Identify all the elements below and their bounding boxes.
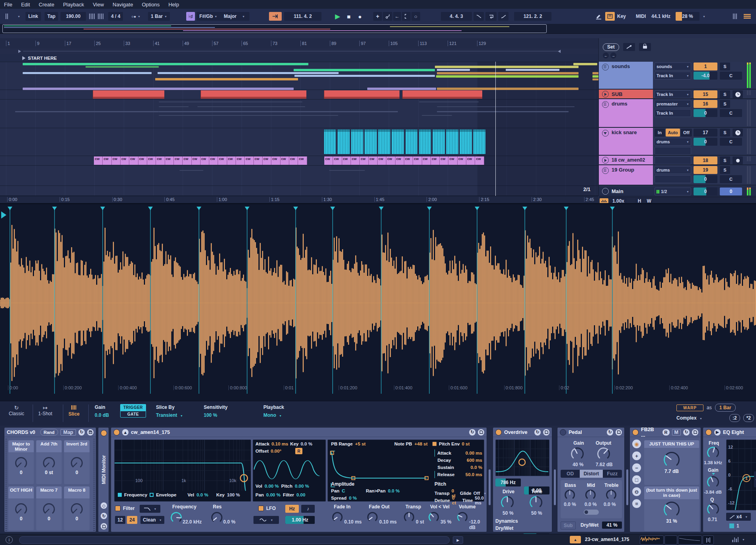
save-preset-icon[interactable] xyxy=(616,429,622,436)
loop-start-triangle[interactable] xyxy=(18,50,21,53)
mini-clip[interactable] xyxy=(23,63,308,65)
audio-clip-cw[interactable]: cw xyxy=(156,156,165,165)
audio-clip-cw[interactable]: cw xyxy=(422,156,431,165)
output-routing-menu[interactable]: 1/2▼ xyxy=(655,188,691,195)
track-number-badge[interactable]: 19 xyxy=(694,166,717,174)
track-row-main[interactable]: Main 1/2▼ 0 0 xyxy=(599,186,756,197)
output-routing-menu[interactable]: sounds▼ xyxy=(655,63,691,70)
play-circle-icon[interactable] xyxy=(602,188,609,195)
pedal-fuzz-button[interactable]: Fuzz xyxy=(603,471,622,477)
audio-clip-cw[interactable]: cw xyxy=(440,156,448,165)
mini-clip[interactable] xyxy=(23,88,294,90)
menu-item-view[interactable]: View xyxy=(93,2,104,8)
hotswap-icon[interactable]: ↻ xyxy=(78,429,85,436)
warp-size-button[interactable]: 1 Bar xyxy=(715,404,736,412)
pan-field[interactable]: C xyxy=(720,109,742,117)
pedal-header[interactable]: Pedal ↻ xyxy=(557,428,624,437)
pan-field[interactable]: 0 xyxy=(720,188,742,195)
mini-clip[interactable] xyxy=(294,75,435,77)
chords-header[interactable]: CHORDS v0.2 Rand Map ↻ xyxy=(4,428,96,437)
hotswap-icon[interactable]: ↻ xyxy=(534,429,541,436)
pitch-env-on-checkbox[interactable] xyxy=(432,441,437,446)
play-circle-icon[interactable] xyxy=(602,91,609,98)
warp-double-button[interactable]: *2 xyxy=(743,414,754,422)
menu-item-playback[interactable]: Playback xyxy=(63,2,84,8)
punch-out-icon[interactable] xyxy=(498,12,509,21)
audio-clip-cw[interactable]: cw xyxy=(129,156,138,165)
stop-button[interactable]: ■ xyxy=(347,12,351,21)
eq-band-handle[interactable]: 1 xyxy=(742,474,750,482)
overdrive-filter-display[interactable] xyxy=(495,440,549,476)
midi-clip-kick-snare[interactable] xyxy=(337,129,350,154)
mini-clip[interactable] xyxy=(159,115,338,116)
mini-clip[interactable] xyxy=(23,72,151,74)
audio-clip-cw[interactable]: cw xyxy=(466,156,475,165)
play-button[interactable]: ▶ xyxy=(335,12,340,21)
audio-clip-cw[interactable]: cw xyxy=(112,156,121,165)
track-row-cw-amen02[interactable]: 18 cw_amen02 18 S xyxy=(599,156,756,165)
midi-clip-kick-snare[interactable] xyxy=(405,129,418,154)
cpu-meter[interactable]: 28 % xyxy=(676,12,699,21)
arm-button[interactable] xyxy=(733,156,743,164)
snapshot-icon[interactable]: □ xyxy=(632,475,641,484)
audio-clip-cw[interactable]: cw xyxy=(360,156,368,165)
draw-automation-icon[interactable] xyxy=(623,43,635,51)
tone-knob[interactable] xyxy=(529,495,543,510)
audio-clip-cw[interactable]: cw xyxy=(369,156,378,165)
pedal-distort-button[interactable]: Distort xyxy=(580,470,603,478)
mini-clip[interactable] xyxy=(329,170,365,171)
device-chain-minimap[interactable] xyxy=(640,535,714,545)
slope-12-button[interactable]: 12 xyxy=(115,516,125,524)
audio-clip-cw[interactable]: cw xyxy=(121,156,129,165)
mini-clip[interactable] xyxy=(592,72,598,74)
lfo-retrigger-button[interactable]: R xyxy=(295,448,302,454)
midi-clip-kick-snare[interactable] xyxy=(433,129,445,154)
audio-clip-cw[interactable]: cw xyxy=(281,156,289,165)
pedal-bass-knob[interactable] xyxy=(564,489,576,501)
audio-clip-sub[interactable] xyxy=(402,90,482,99)
quantize-menu[interactable]: 1 Bar▼ xyxy=(148,12,170,21)
volume-field[interactable]: 0 xyxy=(694,188,717,195)
trigger-gate-switch[interactable]: TRIGGER GATE xyxy=(120,404,146,418)
vol-vel-knob[interactable] xyxy=(428,511,440,523)
automation-node-icon[interactable] xyxy=(383,12,392,21)
input-routing-menu[interactable] xyxy=(655,175,691,183)
midi-clip-kick-snare[interactable] xyxy=(364,129,377,154)
collapse-icon[interactable]: ⊖ xyxy=(632,487,641,496)
track-name-drums[interactable]: drums xyxy=(599,99,653,127)
device-activator[interactable] xyxy=(632,429,639,436)
volume-field[interactable]: -4.0 xyxy=(694,72,717,80)
audio-clip-cw[interactable]: cw xyxy=(475,156,484,165)
audio-clip-cw[interactable]: cw xyxy=(147,156,156,165)
mini-clip[interactable] xyxy=(422,115,452,116)
track-number-badge[interactable]: 1 xyxy=(694,63,717,70)
track-name-sounds[interactable]: sounds xyxy=(599,62,653,89)
slice-mode-button[interactable]: Slice xyxy=(68,404,80,417)
device-scroll-handle[interactable] xyxy=(489,469,491,505)
list-icon[interactable]: ≡ xyxy=(632,499,641,508)
mini-clip[interactable] xyxy=(592,78,598,80)
circuit-menu[interactable]: Clean▼ xyxy=(140,516,164,524)
pause-bars-icon[interactable] xyxy=(6,14,8,19)
overdub-plus-button[interactable]: + xyxy=(373,12,382,21)
eq-gain-knob[interactable] xyxy=(706,475,720,489)
midi-clip-kick-snare[interactable] xyxy=(392,129,404,154)
remove-icon[interactable]: − xyxy=(632,463,641,472)
info-icon[interactable]: i xyxy=(6,536,13,543)
filter-on-checkbox[interactable] xyxy=(115,506,121,511)
one-shot-mode-button[interactable]: ↦1-Shot xyxy=(38,404,52,416)
track-name-cw-amen02[interactable]: 18 cw_amen02 xyxy=(599,156,653,164)
track-name-19-group[interactable]: 19 Group xyxy=(599,165,653,185)
scale-root-menu[interactable]: F#/Gb▼ xyxy=(197,12,220,21)
device-scroll-handle[interactable] xyxy=(626,469,628,505)
lock-icon[interactable] xyxy=(639,43,651,51)
audio-clip-cw[interactable]: cw xyxy=(103,156,111,165)
volume-knob[interactable] xyxy=(456,511,468,523)
quantize-circles-icon[interactable]: ○●▼ xyxy=(131,12,140,21)
macro-variation-icon[interactable]: ◉ xyxy=(632,440,641,448)
scroll-right-sliver[interactable]: ‹ xyxy=(754,471,756,487)
locator-label[interactable]: START HERE xyxy=(28,56,57,61)
audio-clip-cw[interactable]: cw xyxy=(289,156,298,165)
chords-macro-knob[interactable] xyxy=(14,502,28,516)
mini-clip[interactable] xyxy=(197,106,305,107)
